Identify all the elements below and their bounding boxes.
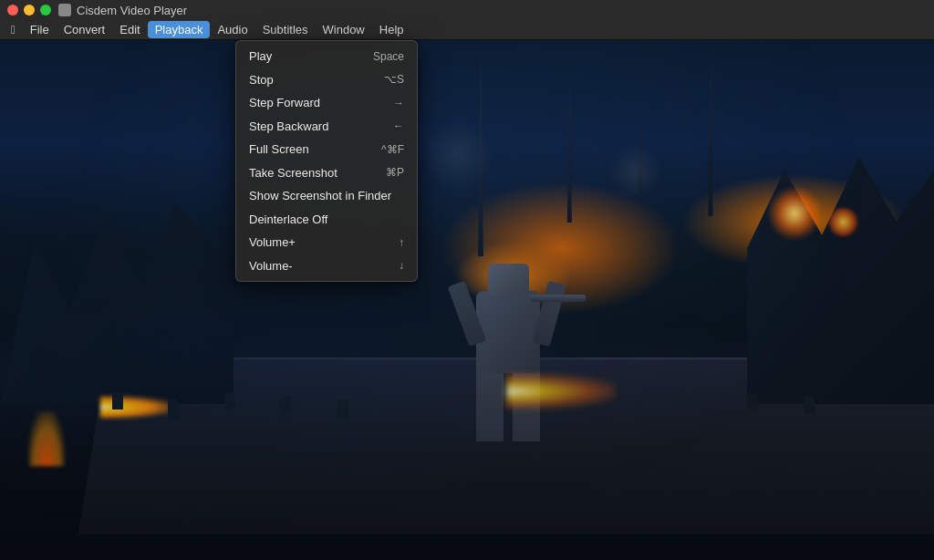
menu-item-take-screenshot-label: Take Screenshot <box>249 164 337 182</box>
menu-item-step-forward-shortcut: → <box>393 95 404 111</box>
menu-item-full-screen-shortcut: ^⌘F <box>381 141 404 158</box>
menu-item-full-screen-label: Full Screen <box>249 140 309 159</box>
app-title: Cisdem Video Player <box>77 4 187 17</box>
menu-file[interactable]: File <box>23 21 57 38</box>
fire-left <box>28 411 65 466</box>
menu-item-stop-label: Stop <box>249 71 274 89</box>
menu-item-show-screenshot[interactable]: Show Screenshot in Finder <box>236 184 417 208</box>
menu-playback[interactable]: Playback <box>148 21 211 38</box>
menu-item-take-screenshot-shortcut: ⌘P <box>386 164 404 181</box>
explosion-right <box>767 186 822 241</box>
soldier-7 <box>804 396 815 414</box>
app-icon <box>58 4 71 16</box>
soldier-4 <box>280 396 291 414</box>
menu-item-volume-down[interactable]: Volume- ↓ <box>236 254 417 278</box>
menu-item-step-backward[interactable]: Step Backward ← <box>236 115 417 139</box>
menu-help[interactable]: Help <box>372 21 411 38</box>
menu-item-take-screenshot[interactable]: Take Screenshot ⌘P <box>236 161 417 185</box>
menu-item-stop[interactable]: Stop ⌥S <box>236 68 417 92</box>
mech-weapon <box>531 295 586 302</box>
smoke-2 <box>607 144 662 199</box>
menu-bar:  File Convert Edit Playback Audio Subti… <box>0 20 934 40</box>
soldier-5 <box>337 399 349 420</box>
soldier-6 <box>747 393 758 410</box>
spike-7 <box>700 61 721 216</box>
video-background <box>0 40 934 560</box>
menu-item-play[interactable]: Play Space <box>236 45 417 68</box>
playback-dropdown-menu: Play Space Stop ⌥S Step Forward → Step B… <box>235 40 418 282</box>
menu-item-play-label: Play <box>249 47 272 66</box>
menu-item-step-backward-shortcut: ← <box>393 118 404 134</box>
maximize-button[interactable] <box>40 5 51 16</box>
menu-item-volume-down-label: Volume- <box>249 257 293 275</box>
menu-item-step-forward[interactable]: Step Forward → <box>236 91 417 115</box>
menu-item-volume-down-shortcut: ↓ <box>399 257 404 274</box>
minimize-button[interactable] <box>24 5 35 16</box>
menu-item-show-screenshot-label: Show Screenshot in Finder <box>249 187 391 205</box>
mech-torso <box>476 291 540 373</box>
rocks-right <box>747 144 934 404</box>
muzzle-glow <box>506 373 616 410</box>
title-bar: Cisdem Video Player <box>0 0 934 20</box>
menu-edit[interactable]: Edit <box>112 21 147 38</box>
menu-item-play-shortcut: Space <box>373 48 404 65</box>
close-button[interactable] <box>7 5 18 16</box>
menu-item-step-forward-label: Step Forward <box>249 94 320 112</box>
menu-item-deinterlace[interactable]: Deinterlace Off <box>236 208 417 232</box>
menu-item-stop-shortcut: ⌥S <box>384 71 404 88</box>
menu-apple[interactable]:  <box>4 21 23 38</box>
menu-item-volume-up-shortcut: ↑ <box>399 234 404 251</box>
menu-item-volume-up[interactable]: Volume+ ↑ <box>236 231 417 254</box>
menu-item-deinterlace-label: Deinterlace Off <box>249 211 327 229</box>
video-area <box>0 40 934 560</box>
menu-audio[interactable]: Audio <box>210 21 254 38</box>
soldier-1 <box>112 393 123 410</box>
menu-window[interactable]: Window <box>316 21 372 38</box>
mech-head <box>488 264 529 296</box>
menu-item-step-backward-label: Step Backward <box>249 118 328 136</box>
mech-robot <box>449 245 567 446</box>
rocks-left <box>0 171 234 405</box>
traffic-lights <box>7 5 51 16</box>
soldier-3 <box>224 393 235 410</box>
menu-convert[interactable]: Convert <box>57 21 113 38</box>
menu-subtitles[interactable]: Subtitles <box>255 21 316 38</box>
smoke-1 <box>420 119 493 192</box>
spike-5 <box>560 77 578 223</box>
menu-item-full-screen[interactable]: Full Screen ^⌘F <box>236 138 417 161</box>
soldier-2 <box>168 399 179 420</box>
menu-item-volume-up-label: Volume+ <box>249 233 296 252</box>
mech-leg-left <box>476 368 503 441</box>
